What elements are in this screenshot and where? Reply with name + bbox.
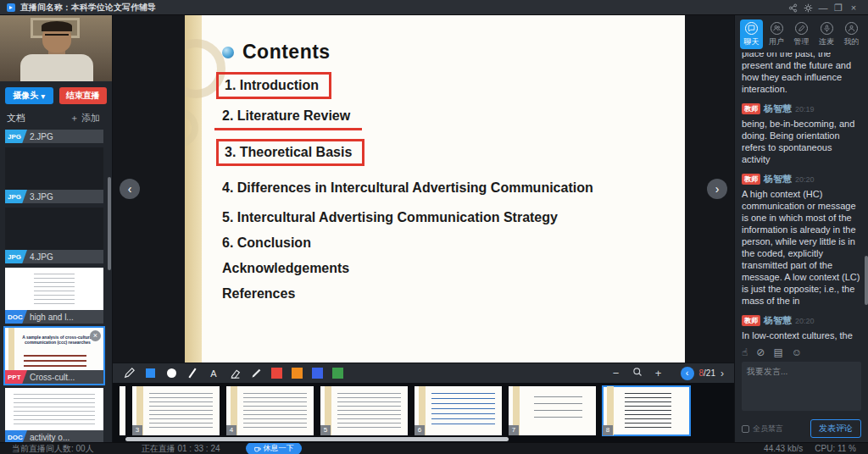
magnifier-icon[interactable] bbox=[632, 367, 643, 379]
file-type-badge: PPT bbox=[5, 370, 27, 384]
minimize-button[interactable]: — bbox=[815, 0, 831, 15]
slide-thumbnail[interactable]: 7 bbox=[509, 386, 596, 435]
color-swatch-blue[interactable] bbox=[312, 368, 323, 379]
tab-manage[interactable]: 管理 bbox=[790, 19, 813, 49]
file-thumbnail bbox=[5, 208, 103, 250]
tab-users[interactable]: 用户 bbox=[765, 19, 788, 49]
chat-input-area: ☝ ⊘ ▤ ☺ 全员禁言 发表评论 bbox=[735, 343, 868, 442]
slide-bullet-sphere-icon bbox=[222, 47, 234, 58]
chat-tabs: 聊天 用户 管理 连麦 我的 bbox=[735, 15, 868, 53]
slide-item: 5. Intercultural Advertising Communicati… bbox=[222, 209, 629, 226]
file-thumbnail bbox=[5, 147, 103, 190]
file-name: Cross-cult... bbox=[30, 373, 75, 382]
chevron-down-icon: ▾ bbox=[41, 91, 45, 101]
file-item[interactable]: JPG2.JPG bbox=[5, 130, 103, 143]
app-logo-icon bbox=[7, 3, 15, 12]
image-card-icon[interactable]: ▤ bbox=[773, 346, 782, 358]
emoji-icon[interactable]: ☺ bbox=[792, 346, 802, 358]
point-hand-icon[interactable]: ☝ bbox=[742, 346, 748, 358]
slide-filmstrip[interactable]: 3 4 5 6 7 8 bbox=[113, 383, 734, 442]
slide-thumbnail-partial[interactable] bbox=[120, 386, 125, 435]
live-duration: 正在直播 01 : 33 : 24 bbox=[142, 443, 220, 454]
chat-input[interactable] bbox=[742, 362, 861, 411]
file-thumbnail bbox=[5, 268, 103, 310]
chat-message: 教师杨智慧20:19 being, be-in-becoming, and do… bbox=[742, 102, 861, 165]
zoom-out-button[interactable]: − bbox=[610, 367, 622, 379]
cpu-stat: CPU: 11 % bbox=[815, 444, 856, 453]
slide-thumbnail-selected[interactable]: 8 bbox=[603, 386, 690, 435]
slide-item: 4. Differences in Intercultural Advertis… bbox=[222, 174, 629, 201]
chat-scrollbar[interactable] bbox=[865, 256, 868, 305]
page-prev-button[interactable]: ‹ bbox=[681, 367, 694, 380]
documents-label: 文档 bbox=[7, 112, 25, 125]
tab-mine[interactable]: 我的 bbox=[840, 19, 863, 49]
slide-canvas: Contents 1. Introduction 2. Literature R… bbox=[113, 15, 734, 363]
ellipse-tool-icon[interactable] bbox=[165, 368, 177, 379]
color-swatch-orange[interactable] bbox=[292, 368, 303, 379]
file-name: 2.JPG bbox=[30, 132, 53, 141]
end-live-button[interactable]: 结束直播 bbox=[59, 87, 108, 104]
zoom-in-button[interactable]: + bbox=[653, 367, 665, 379]
users-icon bbox=[771, 22, 783, 35]
document-list[interactable]: JPG2.JPG JPG3.JPG JPG4.JPG DOChigh and l… bbox=[0, 130, 112, 442]
tab-chat[interactable]: 聊天 bbox=[740, 19, 763, 49]
color-swatch-red[interactable] bbox=[271, 368, 282, 379]
file-thumbnail: A sample analysis of cross-cultural comm… bbox=[5, 328, 103, 370]
ban-icon[interactable]: ⊘ bbox=[756, 346, 765, 358]
page-indicator: 8/21 bbox=[699, 368, 715, 378]
slide-item: References bbox=[222, 285, 629, 302]
color-swatch-green[interactable] bbox=[332, 368, 343, 379]
file-name: activity o... bbox=[30, 433, 70, 442]
marker-tool-icon[interactable] bbox=[250, 368, 262, 379]
maximize-button[interactable]: ❐ bbox=[831, 0, 846, 15]
close-button[interactable]: × bbox=[846, 0, 861, 15]
slide-item: 6. Conclusion bbox=[222, 235, 629, 252]
chat-message: 教师杨智慧20:20 In low-context cultures, the bbox=[742, 314, 861, 341]
share-icon[interactable] bbox=[785, 0, 800, 15]
slide-thumbnail[interactable]: 5 bbox=[320, 386, 408, 435]
line-tool-icon[interactable] bbox=[186, 368, 198, 379]
close-file-icon[interactable]: × bbox=[90, 330, 101, 341]
filmstrip-scrollbar[interactable] bbox=[125, 437, 509, 441]
file-item-selected[interactable]: A sample analysis of cross-cultural comm… bbox=[5, 328, 103, 384]
slide-thumbnail[interactable]: 4 bbox=[226, 386, 314, 435]
status-bar: 当前直播间人数: 00人 正在直播 01 : 33 : 24 休息一下 44.4… bbox=[0, 442, 868, 454]
rectangle-tool-icon[interactable] bbox=[144, 368, 156, 379]
file-thumbnail bbox=[5, 388, 103, 430]
add-document-button[interactable]: ＋ 添加 bbox=[64, 111, 105, 125]
slide-item: Acknowledgements bbox=[222, 260, 629, 277]
file-item[interactable]: DOCactivity o... bbox=[5, 388, 103, 442]
settings-gear-icon[interactable] bbox=[800, 0, 815, 15]
camera-button[interactable]: 摄像头▾ bbox=[5, 87, 53, 104]
page-next-button[interactable]: › bbox=[721, 368, 724, 379]
file-type-badge: DOC bbox=[5, 310, 27, 324]
chat-panel: 聊天 用户 管理 连麦 我的 bbox=[734, 15, 868, 442]
previous-slide-button[interactable]: ‹ bbox=[120, 179, 140, 199]
mute-all-checkbox[interactable]: 全员禁言 bbox=[742, 424, 783, 435]
slide-thumbnail[interactable]: 3 bbox=[132, 386, 220, 435]
file-type-badge: JPG bbox=[5, 250, 27, 263]
webcam-video bbox=[0, 15, 112, 81]
tab-mic-link[interactable]: 连麦 bbox=[815, 19, 838, 49]
file-type-badge: JPG bbox=[5, 130, 27, 143]
send-comment-button[interactable]: 发表评论 bbox=[810, 419, 861, 438]
file-item[interactable]: JPG4.JPG bbox=[5, 208, 103, 263]
pen-tool-icon[interactable] bbox=[123, 368, 135, 379]
chat-message-list[interactable]: "There are but two races of humankind: t… bbox=[735, 53, 868, 343]
eraser-tool-icon[interactable] bbox=[229, 368, 241, 379]
current-slide: Contents 1. Introduction 2. Literature R… bbox=[185, 15, 685, 363]
left-sidebar: 摄像头▾ 结束直播 文档 ＋ 添加 JPG2.JPG JPG3.JPG JPG4… bbox=[0, 15, 113, 442]
slide-item-annotated-underline: 2. Literature Review bbox=[214, 108, 362, 130]
next-slide-button[interactable]: › bbox=[707, 179, 727, 199]
rest-button[interactable]: 休息一下 bbox=[246, 442, 302, 454]
file-item[interactable]: DOChigh and l... bbox=[5, 268, 103, 324]
file-name: 4.JPG bbox=[30, 252, 53, 262]
text-tool-icon[interactable]: A bbox=[208, 368, 220, 379]
slide-thumbnail[interactable]: 6 bbox=[415, 386, 502, 435]
file-name: 3.JPG bbox=[30, 192, 53, 202]
file-type-badge: DOC bbox=[5, 430, 27, 442]
teacher-badge: 教师 bbox=[742, 103, 760, 114]
file-item[interactable]: JPG3.JPG bbox=[5, 147, 103, 203]
file-list-scrollbar[interactable] bbox=[108, 177, 111, 270]
slide-item-annotated-box: 3. Theoretical Basis bbox=[216, 139, 364, 166]
